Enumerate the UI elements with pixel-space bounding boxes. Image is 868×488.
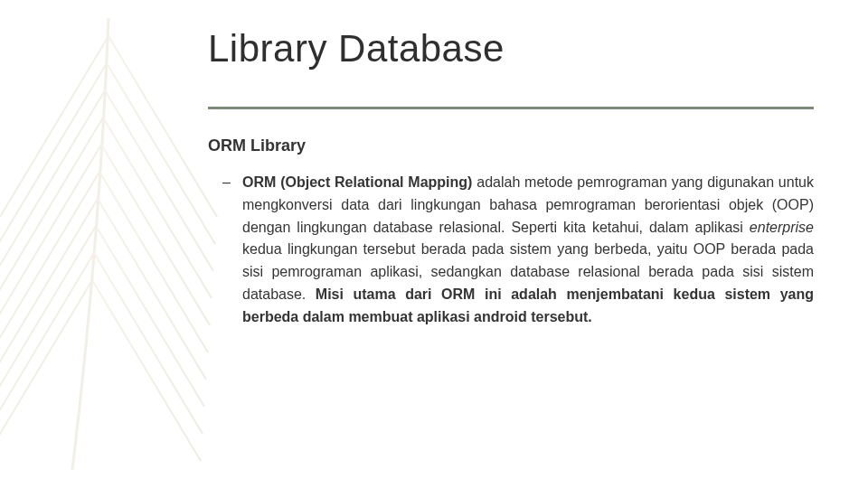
slide-content: Library Database ORM Library ORM (Object… — [0, 0, 868, 356]
bullet-lead-bold: ORM (Object Relational Mapping) — [242, 174, 472, 190]
bullet-item: ORM (Object Relational Mapping) adalah m… — [226, 172, 814, 329]
slide-title: Library Database — [208, 27, 814, 70]
title-divider — [208, 107, 814, 109]
section-heading: ORM Library — [208, 136, 814, 155]
body-list: ORM (Object Relational Mapping) adalah m… — [208, 172, 814, 329]
bullet-italic1: enterprise — [750, 220, 814, 235]
bullet-tail-bold: Misi utama dari ORM ini adalah menjembat… — [242, 286, 814, 324]
